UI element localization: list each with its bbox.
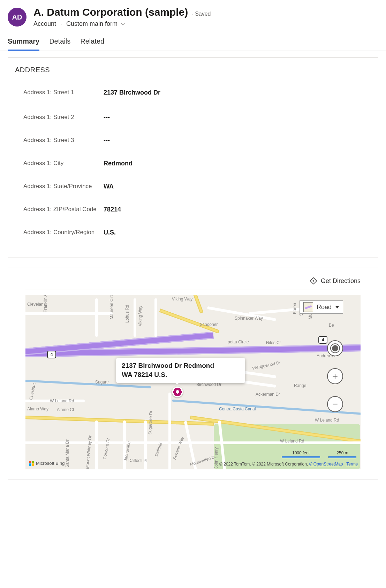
entity-name: Account xyxy=(33,20,56,28)
field-label: Address 1: Street 2 xyxy=(23,113,104,121)
map-label: Clevelan xyxy=(27,302,44,307)
map-type-selector[interactable]: Road xyxy=(300,300,343,314)
field-zip[interactable]: Address 1: ZIP/Postal Code 78214 xyxy=(23,198,363,221)
field-label: Address 1: Street 1 xyxy=(23,89,104,97)
record-title: A. Datum Corporation (sample) xyxy=(33,6,188,18)
field-city[interactable]: Address 1: City Redmond xyxy=(23,152,363,175)
record-header: AD A. Datum Corporation (sample) - Saved… xyxy=(0,0,386,31)
field-label: Address 1: ZIP/Postal Code xyxy=(23,206,104,214)
locate-icon xyxy=(332,345,338,351)
info-line: 2137 Birchwood Dr Redmond xyxy=(122,361,240,370)
field-value: --- xyxy=(104,114,110,121)
map-label: Concord Dr xyxy=(102,438,111,460)
map-label: Alamo Ct xyxy=(57,407,74,412)
field-label: Address 1: Country/Region xyxy=(23,229,104,237)
map-credits: © 2022 TomTom, © 2022 Microsoft Corporat… xyxy=(219,462,358,467)
map-type-label: Road xyxy=(317,304,332,311)
field-state[interactable]: Address 1: State/Province WA xyxy=(23,175,363,198)
tab-details[interactable]: Details xyxy=(49,37,70,51)
form-selector-label: Custom main form xyxy=(66,20,118,28)
tab-bar: Summary Details Related xyxy=(0,31,386,51)
map-label: W Leland Rd xyxy=(50,399,74,403)
plus-icon: + xyxy=(332,371,338,382)
map-provider: Microsoft Bing xyxy=(29,461,65,466)
map-label: W Leland Rd xyxy=(280,439,304,444)
map-label: Viking Way xyxy=(172,297,192,302)
map-label: Alamo Way xyxy=(27,407,48,411)
locate-button[interactable] xyxy=(327,340,343,356)
map-label: Santa Maria Dr xyxy=(65,439,70,468)
field-value: U.S. xyxy=(104,229,116,236)
credit-tomtom: © 2022 TomTom, xyxy=(219,462,251,467)
map-label: Viking Way xyxy=(138,306,143,326)
microsoft-logo-icon xyxy=(29,461,34,466)
field-street3[interactable]: Address 1: Street 3 --- xyxy=(23,129,363,152)
map-label: petta Circle xyxy=(228,340,249,344)
field-value: --- xyxy=(104,137,110,144)
map-label: Sugartree Dr xyxy=(147,410,153,434)
scale-feet: 1000 feet xyxy=(292,451,310,455)
field-label: Address 1: State/Province xyxy=(23,183,104,191)
map-label: Daffodil xyxy=(154,442,163,457)
form-selector[interactable]: Custom main form xyxy=(66,20,125,28)
directions-icon xyxy=(310,277,317,285)
zoom-in-button[interactable]: + xyxy=(327,368,343,384)
info-line: WA 78214 U.S. xyxy=(122,370,240,379)
field-value: 2137 Birchwood Dr xyxy=(104,89,160,96)
map-road-icon xyxy=(303,302,313,312)
field-label: Address 1: City xyxy=(23,159,104,168)
map-label: Mount Whitney Dr xyxy=(85,435,92,469)
map-label: Karen xyxy=(292,303,297,314)
map-label: Sugartr xyxy=(95,380,109,385)
address-section: ADDRESS Address 1: Street 1 2137 Birchwo… xyxy=(8,57,378,258)
route-shield: 4 xyxy=(47,351,56,358)
map-section: Get Directions 4 4 xyxy=(8,268,378,479)
separator: · xyxy=(60,20,62,28)
minus-icon: − xyxy=(332,399,338,410)
map-label: Wedgewood Dr xyxy=(252,360,281,371)
section-title: ADDRESS xyxy=(15,66,371,74)
map-label: Daffodil Pl xyxy=(128,458,147,463)
zoom-out-button[interactable]: − xyxy=(327,396,343,412)
route-shield: 4 xyxy=(318,336,327,344)
get-directions-button[interactable]: Get Directions xyxy=(310,277,361,285)
map-label: Spinnaker Way xyxy=(235,316,263,321)
chevron-down-icon xyxy=(120,22,125,27)
map-label: Ackerman Dr xyxy=(256,392,280,397)
field-value: WA xyxy=(104,183,114,190)
map-label: Be xyxy=(329,323,334,328)
map-label: Chestnut xyxy=(28,383,37,400)
scale-m: 250 m xyxy=(336,451,348,455)
caret-down-icon xyxy=(335,306,339,308)
field-value: Redmond xyxy=(104,160,133,167)
tab-summary[interactable]: Summary xyxy=(8,37,39,51)
avatar: AD xyxy=(8,8,27,27)
save-status: - Saved xyxy=(191,11,211,17)
map-label: W Leland Rd xyxy=(315,418,339,423)
get-directions-label: Get Directions xyxy=(321,277,361,285)
map-label: Contra Costa Canal xyxy=(219,407,256,411)
field-street2[interactable]: Address 1: Street 2 --- xyxy=(23,106,363,129)
map-label: Range xyxy=(294,383,306,388)
map-label: Schooner xyxy=(200,322,218,327)
field-label: Address 1: Street 3 xyxy=(23,136,104,144)
field-value: 78214 xyxy=(104,206,121,213)
map-label: Loftus Rd xyxy=(125,305,130,323)
map-label: Maureen Circ xyxy=(109,295,114,319)
map-viewport[interactable]: 4 4 V xyxy=(25,295,361,469)
map-label: Serrano Way xyxy=(172,436,185,461)
credit-ms: © 2022 Microsoft Corporation, xyxy=(252,462,308,467)
bing-label: Microsoft Bing xyxy=(36,461,65,466)
field-street1[interactable]: Address 1: Street 1 2137 Birchwood Dr xyxy=(23,83,363,106)
terms-link[interactable]: Terms xyxy=(346,462,358,467)
map-info-box[interactable]: 2137 Birchwood Dr Redmond WA 78214 U.S. xyxy=(116,358,245,383)
tab-related[interactable]: Related xyxy=(80,37,104,51)
map-scale: 1000 feet 250 m xyxy=(282,451,356,458)
map-label: Franklin Ave xyxy=(43,295,48,312)
map-label: John Henry xyxy=(214,447,219,469)
osm-link[interactable]: © OpenStreetMap xyxy=(309,462,343,467)
map-label: Niles Ct xyxy=(266,340,281,345)
field-country[interactable]: Address 1: Country/Region U.S. xyxy=(23,221,363,244)
